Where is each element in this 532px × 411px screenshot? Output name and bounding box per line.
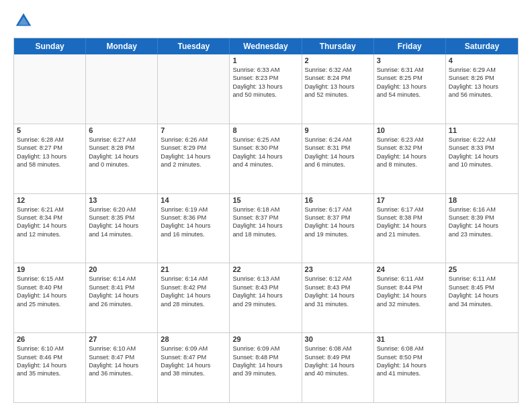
cell-info-line: Sunrise: 6:12 AM (305, 275, 371, 283)
cell-info-line: Daylight: 14 hours (449, 222, 515, 230)
cell-info-line: Sunrise: 6:13 AM (232, 275, 298, 283)
cell-info-line: Daylight: 14 hours (449, 291, 515, 300)
cell-info-line: and 32 minutes. (377, 300, 443, 308)
day-number: 4 (449, 56, 515, 64)
cell-info-line: Daylight: 14 hours (305, 222, 371, 230)
cal-cell-9: 9Sunrise: 6:24 AMSunset: 8:31 PMDaylight… (302, 124, 374, 193)
day-number: 13 (89, 196, 154, 204)
page: SundayMondayTuesdayWednesdayThursdayFrid… (0, 0, 532, 411)
day-number: 9 (305, 126, 371, 134)
header-day-saturday: Saturday (446, 38, 518, 54)
cell-info-line: Sunrise: 6:20 AM (89, 205, 154, 214)
cell-info-line: Daylight: 14 hours (377, 361, 443, 369)
cell-info-line: Daylight: 14 hours (232, 222, 298, 230)
cal-cell-30: 30Sunrise: 6:08 AMSunset: 8:49 PMDayligh… (302, 333, 374, 402)
cal-cell-11: 11Sunrise: 6:22 AMSunset: 8:33 PMDayligh… (446, 124, 518, 193)
day-number: 24 (377, 265, 443, 273)
cell-info-line: and 50 minutes. (232, 91, 298, 99)
cell-info-line: Daylight: 14 hours (305, 361, 371, 369)
cell-info-line: Daylight: 13 hours (232, 83, 298, 91)
cell-info-line: Daylight: 14 hours (17, 291, 83, 300)
cell-info-line: Sunrise: 6:11 AM (449, 275, 515, 283)
cell-info-line: Sunset: 8:36 PM (161, 214, 226, 222)
cell-info-line: Daylight: 14 hours (89, 152, 154, 161)
cell-info-line: Sunrise: 6:09 AM (161, 345, 226, 353)
cell-info-line: and 4 minutes. (232, 161, 298, 169)
calendar-body: 1Sunrise: 6:33 AMSunset: 8:23 PMDaylight… (14, 54, 518, 402)
cal-cell-16: 16Sunrise: 6:17 AMSunset: 8:37 PMDayligh… (302, 194, 374, 263)
cell-info-line: Daylight: 14 hours (232, 291, 298, 300)
day-number: 30 (305, 335, 371, 343)
cell-info-line: Daylight: 13 hours (305, 83, 371, 91)
cell-info-line: Sunset: 8:41 PM (89, 283, 154, 291)
cell-info-line: Sunrise: 6:25 AM (232, 136, 298, 144)
cell-info-line: Daylight: 13 hours (377, 83, 443, 91)
cell-info-line: Daylight: 14 hours (377, 152, 443, 161)
cell-info-line: Sunrise: 6:32 AM (305, 66, 371, 74)
day-number: 3 (377, 56, 443, 64)
cell-info-line: and 54 minutes. (377, 91, 443, 99)
day-number: 19 (17, 265, 83, 273)
week-row-0: 1Sunrise: 6:33 AMSunset: 8:23 PMDaylight… (14, 54, 518, 124)
cell-info-line: Daylight: 14 hours (232, 361, 298, 369)
cell-info-line: Sunrise: 6:26 AM (161, 136, 226, 144)
cell-info-line: Sunrise: 6:08 AM (377, 345, 443, 353)
cell-info-line: and 36 minutes. (89, 369, 154, 377)
cal-cell-1: 1Sunrise: 6:33 AMSunset: 8:23 PMDaylight… (230, 54, 302, 124)
cell-info-line: Sunrise: 6:33 AM (232, 66, 298, 74)
day-number: 31 (377, 335, 443, 343)
cal-cell-12: 12Sunrise: 6:21 AMSunset: 8:34 PMDayligh… (14, 194, 86, 263)
day-number: 29 (232, 335, 298, 343)
cell-info-line: Sunrise: 6:17 AM (305, 205, 371, 214)
cal-cell-13: 13Sunrise: 6:20 AMSunset: 8:35 PMDayligh… (86, 194, 158, 263)
day-number: 10 (377, 126, 443, 134)
cal-cell-23: 23Sunrise: 6:12 AMSunset: 8:43 PMDayligh… (302, 263, 374, 332)
cell-info-line: Sunrise: 6:14 AM (161, 275, 226, 283)
week-row-4: 26Sunrise: 6:10 AMSunset: 8:46 PMDayligh… (14, 333, 518, 402)
cell-info-line: Sunset: 8:42 PM (161, 283, 226, 291)
cell-info-line: and 0 minutes. (89, 161, 154, 169)
cell-info-line: Sunset: 8:26 PM (449, 74, 515, 82)
cal-cell-2: 2Sunrise: 6:32 AMSunset: 8:24 PMDaylight… (302, 54, 374, 124)
cal-cell-empty-6 (446, 333, 518, 402)
cal-cell-3: 3Sunrise: 6:31 AMSunset: 8:25 PMDaylight… (374, 54, 446, 124)
day-number: 6 (89, 126, 154, 134)
cell-info-line: Sunrise: 6:16 AM (449, 205, 515, 214)
cell-info-line: Daylight: 14 hours (161, 361, 226, 369)
week-row-3: 19Sunrise: 6:15 AMSunset: 8:40 PMDayligh… (14, 263, 518, 333)
day-number: 22 (232, 265, 298, 273)
cell-info-line: and 23 minutes. (449, 230, 515, 238)
cell-info-line: and 39 minutes. (232, 369, 298, 377)
cell-info-line: and 21 minutes. (377, 230, 443, 238)
cell-info-line: Sunrise: 6:23 AM (377, 136, 443, 144)
cal-cell-20: 20Sunrise: 6:14 AMSunset: 8:41 PMDayligh… (86, 263, 158, 332)
cal-cell-8: 8Sunrise: 6:25 AMSunset: 8:30 PMDaylight… (230, 124, 302, 193)
cell-info-line: Daylight: 14 hours (17, 222, 83, 230)
cell-info-line: Sunset: 8:43 PM (305, 283, 371, 291)
header-day-friday: Friday (374, 38, 446, 54)
cell-info-line: Sunset: 8:31 PM (305, 144, 371, 152)
cal-cell-empty-2 (158, 54, 230, 124)
cell-info-line: Daylight: 14 hours (161, 222, 226, 230)
cell-info-line: and 16 minutes. (161, 230, 226, 238)
day-number: 21 (161, 265, 226, 273)
cell-info-line: Daylight: 14 hours (377, 222, 443, 230)
calendar-header: SundayMondayTuesdayWednesdayThursdayFrid… (14, 38, 518, 54)
cell-info-line: Sunset: 8:34 PM (17, 214, 83, 222)
cell-info-line: Sunset: 8:35 PM (89, 214, 154, 222)
cell-info-line: Sunset: 8:30 PM (232, 144, 298, 152)
cal-cell-18: 18Sunrise: 6:16 AMSunset: 8:39 PMDayligh… (446, 194, 518, 263)
cell-info-line: Sunset: 8:40 PM (17, 283, 83, 291)
cell-info-line: Sunrise: 6:22 AM (449, 136, 515, 144)
cell-info-line: Sunset: 8:24 PM (305, 74, 371, 82)
cell-info-line: Daylight: 14 hours (89, 222, 154, 230)
cell-info-line: and 10 minutes. (449, 161, 515, 169)
day-number: 17 (377, 196, 443, 204)
cell-info-line: Sunset: 8:33 PM (449, 144, 515, 152)
cell-info-line: Sunrise: 6:24 AM (305, 136, 371, 144)
cell-info-line: Daylight: 14 hours (377, 291, 443, 300)
cell-info-line: Daylight: 14 hours (161, 291, 226, 300)
calendar: SundayMondayTuesdayWednesdayThursdayFrid… (13, 38, 519, 403)
cell-info-line: Daylight: 14 hours (449, 152, 515, 161)
day-number: 5 (17, 126, 83, 134)
